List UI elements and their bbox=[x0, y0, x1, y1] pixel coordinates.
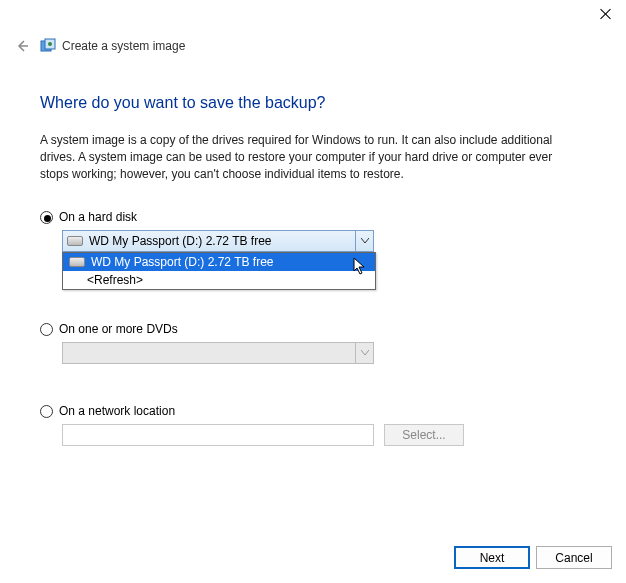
header-row: Create a system image bbox=[0, 30, 626, 62]
page-heading: Where do you want to save the backup? bbox=[40, 94, 586, 112]
radio-label-dvd: On one or more DVDs bbox=[59, 322, 178, 336]
radio-icon bbox=[40, 405, 53, 418]
close-icon[interactable] bbox=[600, 8, 612, 20]
window-title: Create a system image bbox=[62, 39, 185, 53]
dropdown-item-drive[interactable]: WD My Passport (D:) 2.72 TB free bbox=[63, 253, 375, 271]
app-icon bbox=[40, 38, 56, 54]
hard-disk-dropdown: WD My Passport (D:) 2.72 TB free <Refres… bbox=[62, 252, 376, 290]
dropdown-item-refresh[interactable]: <Refresh> bbox=[63, 271, 375, 289]
hard-disk-combo[interactable]: WD My Passport (D:) 2.72 TB free WD My P… bbox=[62, 230, 374, 252]
dvd-combo bbox=[62, 342, 374, 364]
back-arrow-icon[interactable] bbox=[12, 36, 32, 56]
radio-icon bbox=[40, 211, 53, 224]
chevron-down-icon bbox=[355, 343, 373, 363]
next-button[interactable]: Next bbox=[454, 546, 530, 569]
option-network: On a network location Select... bbox=[40, 404, 586, 446]
description-text: A system image is a copy of the drives r… bbox=[40, 132, 580, 182]
radio-label-hard-disk: On a hard disk bbox=[59, 210, 137, 224]
dropdown-item-label: <Refresh> bbox=[87, 273, 143, 287]
radio-icon bbox=[40, 323, 53, 336]
dropdown-item-label: WD My Passport (D:) 2.72 TB free bbox=[91, 255, 274, 269]
select-button: Select... bbox=[384, 424, 464, 446]
network-path-input[interactable] bbox=[62, 424, 374, 446]
chevron-down-icon[interactable] bbox=[355, 231, 373, 251]
radio-hard-disk[interactable]: On a hard disk bbox=[40, 210, 586, 224]
title-bar bbox=[0, 0, 626, 30]
option-dvd: On one or more DVDs bbox=[40, 322, 586, 364]
radio-dvd[interactable]: On one or more DVDs bbox=[40, 322, 586, 336]
footer-buttons: Next Cancel bbox=[454, 546, 612, 569]
hard-disk-selected-text: WD My Passport (D:) 2.72 TB free bbox=[89, 234, 355, 248]
drive-icon bbox=[69, 257, 85, 267]
content-area: Where do you want to save the backup? A … bbox=[0, 62, 626, 446]
radio-label-network: On a network location bbox=[59, 404, 175, 418]
drive-icon bbox=[67, 236, 83, 246]
cancel-button[interactable]: Cancel bbox=[536, 546, 612, 569]
svg-point-3 bbox=[48, 42, 52, 46]
radio-network[interactable]: On a network location bbox=[40, 404, 586, 418]
option-hard-disk: On a hard disk WD My Passport (D:) 2.72 … bbox=[40, 210, 586, 252]
